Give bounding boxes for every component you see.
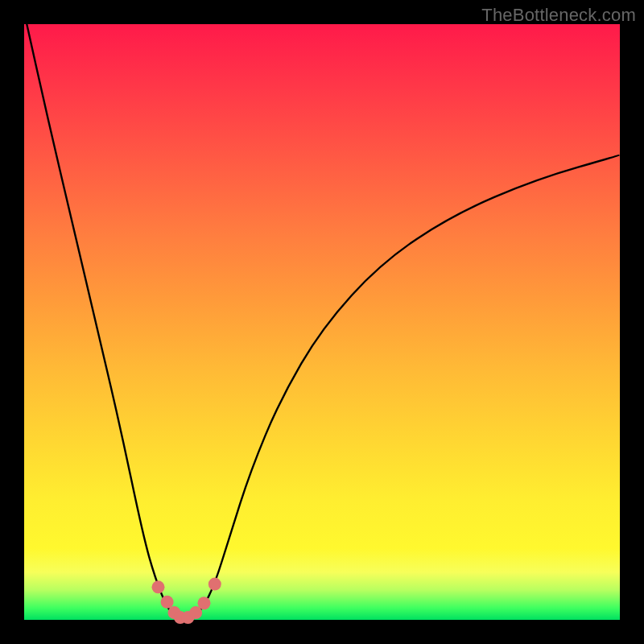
bottleneck-curve [24, 12, 620, 619]
marker-dot [197, 597, 210, 609]
marker-dot [152, 580, 165, 593]
marker-dot [208, 578, 221, 591]
bottleneck-dots [152, 578, 221, 624]
chart-svg [24, 24, 620, 620]
chart-frame: TheBottleneck.com [0, 0, 644, 644]
plot-area [24, 24, 620, 620]
watermark-text: TheBottleneck.com [481, 5, 636, 26]
marker-dot [161, 596, 174, 609]
